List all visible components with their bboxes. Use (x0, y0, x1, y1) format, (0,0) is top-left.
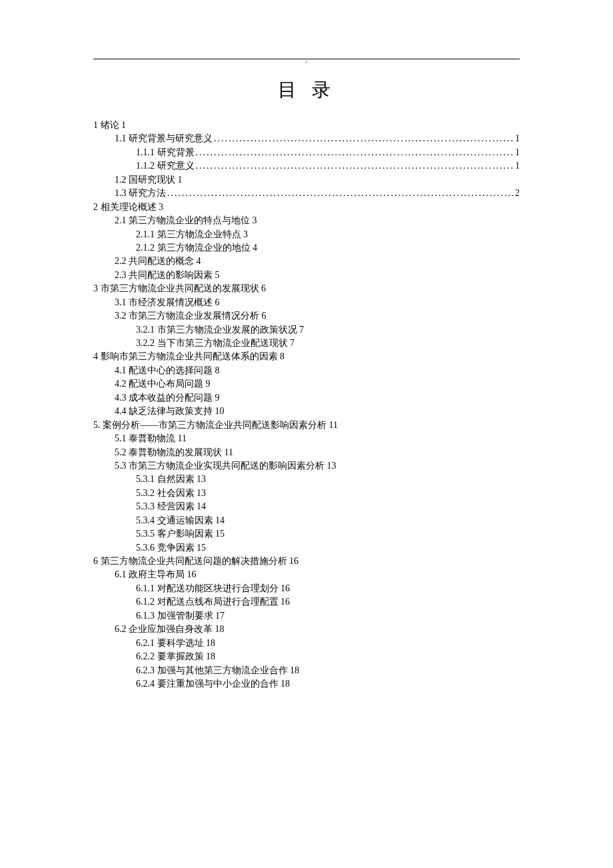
toc-entry: 1.1 研究背景与研究意义...........................… (93, 132, 520, 145)
toc-entry: 5.3.1 自然因素 13 (93, 473, 520, 486)
toc-entry-label: 5.3 市第三方物流企业实现共同配送的影响因素分析 13 (115, 461, 336, 471)
toc-entry-label: 3.1 市经济发展情况概述 6 (115, 297, 220, 307)
document-page: . 目 录 1 绪论 11.1 研究背景与研究意义...............… (0, 0, 613, 691)
toc-entry-label: 1.1.2 研究意义 (136, 159, 195, 173)
toc-entry-label: 3.2 市第三方物流企业发展情况分析 6 (115, 311, 267, 321)
toc-entry: 1 绪论 1 (93, 119, 520, 132)
toc-entry: 3.1 市经济发展情况概述 6 (93, 296, 520, 309)
toc-entry: 6.2.2 要掌握政策 18 (93, 650, 520, 663)
toc-entry: 1.1.1 研究背景..............................… (93, 146, 520, 159)
toc-entry: 6 第三方物流企业共同配送问题的解决措施分析 16 (93, 555, 520, 568)
toc-entry-page: 1 (515, 159, 520, 173)
toc-entry-label: 5.3.1 自然因素 13 (136, 474, 206, 484)
toc-entry-label: 1.2 国研究现状 1 (115, 175, 183, 185)
toc-entry: 5.2 泰普勒物流的发展现状 11 (93, 446, 520, 459)
toc-entry: 2.1 第三方物流企业的特点与地位 3 (93, 214, 520, 227)
toc-entry-label: 4.2 配送中心布局问题 9 (115, 379, 211, 389)
toc-entry: 5.3 市第三方物流企业实现共同配送的影响因素分析 13 (93, 459, 520, 473)
toc-entry: 1.3 研究方法................................… (93, 187, 520, 200)
table-of-contents: 1 绪论 11.1 研究背景与研究意义.....................… (93, 119, 520, 691)
toc-entry-label: 3.2.2 当下市第三方物流企业配送现状 7 (136, 338, 295, 348)
toc-entry: 6.1.3 加强管制要求 17 (93, 609, 520, 623)
toc-entry-label: 5.3.5 客户影响因素 15 (136, 529, 225, 539)
toc-entry: 6.2 企业应加强自身改革 18 (93, 623, 520, 636)
toc-leader-dots: ........................................… (195, 159, 516, 173)
toc-entry-label: 6.2.1 要科学选址 18 (136, 638, 215, 648)
toc-entry-label: 1.1 研究背景与研究意义 (115, 132, 213, 145)
toc-entry: 5.3.6 竞争因素 15 (93, 541, 520, 555)
header-mark: . (93, 55, 520, 65)
toc-entry-label: 3 市第三方物流企业共同配送的发展现状 6 (93, 283, 266, 293)
toc-entry: 5. 案例分析——市第三方物流企业共同配送影响因素分析 11 (93, 419, 520, 432)
toc-entry: 1.2 国研究现状 1 (93, 173, 520, 187)
toc-entry-label: 5.2 泰普勒物流的发展现状 11 (115, 447, 233, 457)
toc-entry-page: 2 (515, 187, 520, 200)
toc-entry: 3.2.1 市第三方物流企业发展的政策状况 7 (93, 323, 520, 337)
toc-entry: 4.4 缺乏法律与政策支持 10 (93, 405, 520, 418)
toc-entry: 5.3.2 社会因素 13 (93, 487, 520, 500)
toc-entry: 5.3.4 交通运输因素 14 (93, 514, 520, 527)
toc-entry-label: 5.1 泰普勒物流 11 (115, 433, 187, 443)
toc-entry: 6.1 政府主导布局 16 (93, 568, 520, 581)
toc-entry-label: 6.1.1 对配送功能区块进行合理划分 16 (136, 583, 290, 593)
toc-entry-label: 5.3.4 交通运输因素 14 (136, 515, 225, 525)
toc-entry-label: 2.1.2 第三方物流企业的地位 4 (136, 243, 257, 253)
toc-entry: 1.1.2 研究意义..............................… (93, 159, 520, 173)
toc-entry-label: 4.1 配送中心的选择问题 8 (115, 365, 220, 375)
toc-entry: 3 市第三方物流企业共同配送的发展现状 6 (93, 282, 520, 295)
toc-entry: 2 相关理论概述 3 (93, 201, 520, 214)
toc-entry-label: 6.2.3 加强与其他第三方物流企业合作 18 (136, 665, 299, 675)
page-title: 目 录 (93, 77, 520, 103)
toc-entry-label: 5. 案例分析——市第三方物流企业共同配送影响因素分析 11 (93, 420, 338, 430)
toc-entry-page: 1 (515, 132, 520, 145)
toc-leader-dots: ........................................… (213, 132, 515, 145)
toc-entry: 3.2 市第三方物流企业发展情况分析 6 (93, 309, 520, 323)
toc-entry: 4.2 配送中心布局问题 9 (93, 377, 520, 391)
toc-entry-label: 5.3.3 经营因素 14 (136, 501, 206, 511)
toc-entry: 5.3.3 经营因素 14 (93, 500, 520, 513)
toc-entry: 2.1.1 第三方物流企业特点 3 (93, 228, 520, 241)
toc-entry: 4.3 成本收益的分配问题 9 (93, 391, 520, 405)
toc-entry-label: 4.3 成本收益的分配问题 9 (115, 393, 220, 403)
toc-entry: 4.1 配送中心的选择问题 8 (93, 364, 520, 377)
toc-entry-label: 6.1 政府主导布局 16 (115, 569, 197, 579)
toc-entry-label: 1.1.1 研究背景 (136, 146, 195, 159)
toc-leader-dots: ........................................… (166, 187, 515, 200)
toc-entry-label: 3.2.1 市第三方物流企业发展的政策状况 7 (136, 325, 304, 335)
toc-entry: 6.1.1 对配送功能区块进行合理划分 16 (93, 582, 520, 595)
toc-entry: 6.2.1 要科学选址 18 (93, 637, 520, 650)
toc-entry-label: 5.3.2 社会因素 13 (136, 488, 206, 498)
toc-entry: 3.2.2 当下市第三方物流企业配送现状 7 (93, 337, 520, 350)
toc-entry-label: 5.3.6 竞争因素 15 (136, 543, 206, 553)
toc-entry-label: 6 第三方物流企业共同配送问题的解决措施分析 16 (93, 556, 299, 566)
toc-entry: 5.1 泰普勒物流 11 (93, 432, 520, 445)
toc-entry-label: 2.1 第三方物流企业的特点与地位 3 (115, 215, 257, 225)
toc-entry-label: 6.2.4 要注重加强与中小企业的合作 18 (136, 679, 290, 689)
toc-entry-label: 2.1.1 第三方物流企业特点 3 (136, 229, 248, 239)
toc-entry-label: 1.3 研究方法 (115, 187, 166, 200)
toc-entry-label: 2.2 共同配送的概念 4 (115, 256, 201, 266)
toc-entry-label: 6.1.2 对配送点线布局进行合理配置 16 (136, 597, 290, 607)
toc-entry: 6.2.3 加强与其他第三方物流企业合作 18 (93, 664, 520, 677)
toc-entry: 6.2.4 要注重加强与中小企业的合作 18 (93, 677, 520, 691)
toc-leader-dots: ........................................… (195, 146, 516, 159)
toc-entry: 2.3 共同配送的影响因素 5 (93, 269, 520, 282)
toc-entry-label: 1 绪论 1 (93, 120, 126, 130)
toc-entry-page: 1 (515, 146, 520, 159)
toc-entry-label: 4.4 缺乏法律与政策支持 10 (115, 406, 225, 416)
toc-entry-label: 6.2.2 要掌握政策 18 (136, 651, 215, 661)
toc-entry: 6.1.2 对配送点线布局进行合理配置 16 (93, 595, 520, 609)
toc-entry-label: 6.2 企业应加强自身改革 18 (115, 624, 225, 634)
toc-entry-label: 4 影响市第三方物流企业共同配送体系的因素 8 (93, 351, 285, 361)
toc-entry: 2.1.2 第三方物流企业的地位 4 (93, 241, 520, 255)
toc-entry-label: 2 相关理论概述 3 (93, 202, 163, 212)
toc-entry-label: 2.3 共同配送的影响因素 5 (115, 270, 220, 280)
toc-entry: 5.3.5 客户影响因素 15 (93, 527, 520, 541)
toc-entry: 2.2 共同配送的概念 4 (93, 255, 520, 268)
toc-entry-label: 6.1.3 加强管制要求 17 (136, 611, 225, 621)
toc-entry: 4 影响市第三方物流企业共同配送体系的因素 8 (93, 350, 520, 363)
